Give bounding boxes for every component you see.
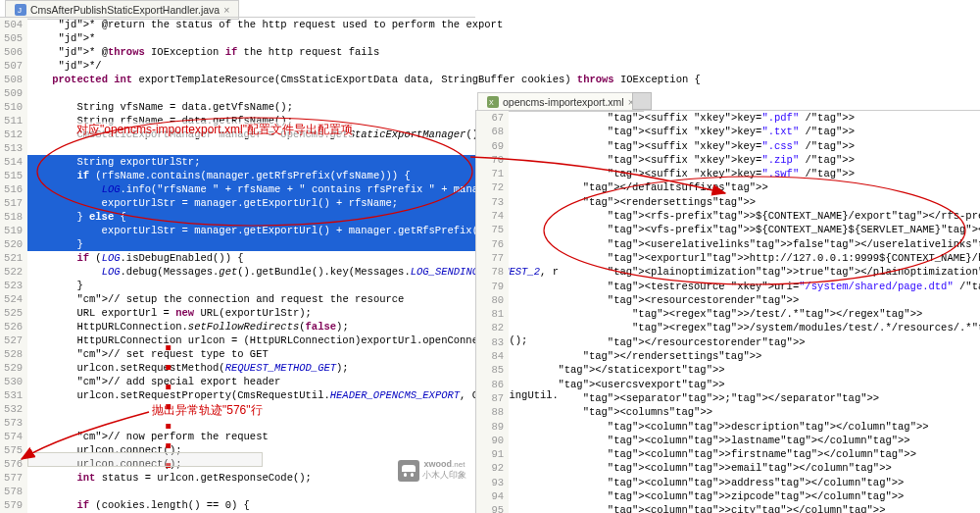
code-line[interactable]: "tag"><resourcestorender"tag">> bbox=[509, 293, 980, 307]
code-line[interactable]: } bbox=[27, 237, 475, 251]
code-line[interactable]: "jd">* @return the status of the http re… bbox=[27, 18, 475, 31]
code-line[interactable]: "tag"><exporturl"tag">>http://127.0.0.1:… bbox=[509, 251, 980, 265]
code-line[interactable]: "cm">// set request type to GET bbox=[27, 347, 475, 361]
watermark: xwood.net 小木人印象 bbox=[398, 459, 466, 482]
code-line[interactable]: String vfsName = data.getVfsName(); bbox=[27, 100, 475, 114]
code-line[interactable]: "tag"><testresource "xkey">uri="/system/… bbox=[509, 280, 980, 293]
code-line[interactable]: "tag"><vfs-prefix"tag">>${CONTEXT_NAME}$… bbox=[509, 223, 980, 236]
code-line[interactable]: "tag"></rendersettings"tag">> bbox=[509, 349, 980, 363]
code-line[interactable]: "tag"><suffix "xkey">key=".zip" /"tag">> bbox=[509, 153, 980, 167]
code-line[interactable]: "jd">*/ bbox=[27, 59, 475, 73]
code-line[interactable]: "tag"><column"tag">>address"tag"></colum… bbox=[509, 476, 980, 489]
tab-filename: opencms-importexport.xml bbox=[503, 96, 624, 108]
code-line[interactable]: "tag"><separator"tag">>;"tag"></separato… bbox=[509, 391, 980, 405]
code-line[interactable] bbox=[27, 485, 475, 498]
code-line[interactable]: exportUrlStr = manager.getExportUrl() + … bbox=[27, 224, 475, 237]
code-line[interactable]: urlcon.setRequestMethod(REQUEST_METHOD_G… bbox=[27, 361, 475, 375]
code-line[interactable] bbox=[27, 141, 475, 155]
code-line[interactable]: "tag"><column"tag">>description"tag"></c… bbox=[509, 420, 980, 434]
watermark-sub: 小木人印象 bbox=[422, 470, 466, 480]
xml-file-icon: X bbox=[487, 96, 499, 108]
code-line[interactable] bbox=[27, 86, 475, 100]
code-line[interactable]: "tag"><regex"tag">>/test/.*"tag"></regex… bbox=[509, 307, 980, 321]
java-editor-pane[interactable]: 5045055065075085095105115125135145155165… bbox=[0, 17, 475, 513]
code-line[interactable]: if (rfsName.contains(manager.getRfsPrefi… bbox=[27, 169, 475, 182]
code-line[interactable]: "tag"><suffix "xkey">key=".swf" /"tag">> bbox=[509, 167, 980, 180]
code-line[interactable]: "cm">// setup the connection and request… bbox=[27, 292, 475, 306]
watermark-logo-icon bbox=[398, 460, 419, 482]
code-line[interactable]: String exportUrlStr; bbox=[27, 155, 475, 169]
code-line[interactable]: exportUrlStr = manager.getExportUrl() + … bbox=[27, 196, 475, 210]
code-line[interactable]: "tag"><column"tag">>lastname"tag"></colu… bbox=[509, 434, 980, 447]
code-line[interactable]: "tag"><column"tag">>city"tag"></column"t… bbox=[509, 503, 980, 513]
code-line[interactable]: "tag"><column"tag">>email"tag"></column"… bbox=[509, 461, 980, 475]
code-line[interactable]: "jd">* @throws IOException if the http r… bbox=[27, 45, 475, 59]
code-line[interactable]: "tag"><rendersettings"tag">> bbox=[509, 195, 980, 209]
code-line[interactable]: "tag"><suffix "xkey">key=".txt" /"tag">> bbox=[509, 125, 980, 138]
svg-text:X: X bbox=[489, 99, 494, 106]
code-line[interactable]: LOG.debug(Messages.get().getBundle().key… bbox=[27, 265, 475, 279]
code-line[interactable]: "tag"><suffix "xkey">key=".css" /"tag">> bbox=[509, 139, 980, 153]
line-gutter: 5045055065075085095105115125135145155165… bbox=[0, 18, 27, 513]
code-line[interactable]: "tag"></resourcestorender"tag">> bbox=[509, 335, 980, 349]
xml-editor-pane[interactable]: 6768697071727374757677787980818283848586… bbox=[475, 110, 980, 513]
code-line[interactable]: urlcon.setRequestProperty(CmsRequestUtil… bbox=[27, 388, 475, 402]
editor-tab-xml[interactable]: X opencms-importexport.xml × bbox=[477, 92, 644, 112]
code-line[interactable]: "tag"><columns"tag">> bbox=[509, 405, 980, 419]
code-line[interactable]: LOG.info("rfsName " + rfsName + " contai… bbox=[27, 182, 475, 196]
line-gutter: 6768697071727374757677787980818283848586… bbox=[476, 111, 509, 513]
code-line[interactable]: } bbox=[27, 279, 475, 292]
code-line[interactable]: "tag"><suffix "xkey">key=".pdf" /"tag">> bbox=[509, 111, 980, 125]
code-line[interactable]: "cm">// add special export header bbox=[27, 375, 475, 388]
code-line[interactable]: protected int exportTemplateResource(Cms… bbox=[27, 73, 475, 86]
code-line[interactable]: "tag"><usercsvexport"tag">> bbox=[509, 378, 980, 391]
code-line[interactable]: "tag"><rfs-prefix"tag">>${CONTEXT_NAME}/… bbox=[509, 209, 980, 223]
tab-filename: CmsAfterPublishStaticExportHandler.java bbox=[30, 4, 220, 16]
java-file-icon: J bbox=[15, 4, 26, 16]
tab-overflow[interactable] bbox=[632, 92, 652, 110]
code-line[interactable]: "tag"><userelativelinks"tag">>false"tag"… bbox=[509, 237, 980, 251]
svg-text:J: J bbox=[18, 6, 22, 15]
code-line[interactable]: } else { bbox=[27, 210, 475, 224]
code-line[interactable]: "tag"><column"tag">>firstname"tag"></col… bbox=[509, 447, 980, 461]
code-line[interactable]: HttpURLConnection.setFollowRedirects(fal… bbox=[27, 320, 475, 333]
java-code-area[interactable]: "jd">* @return the status of the http re… bbox=[27, 18, 475, 513]
code-line[interactable]: HttpURLConnection urlcon = (HttpURLConne… bbox=[27, 333, 475, 347]
annotation-config-note: 对应"opencms-importexport.xml"配置文件导出配置项 bbox=[76, 122, 353, 138]
code-line[interactable]: if (LOG.isDebugEnabled()) { bbox=[27, 251, 475, 265]
code-line[interactable]: "jd">* bbox=[27, 31, 475, 45]
code-line[interactable]: "tag"><plainoptimization"tag">>true"tag"… bbox=[509, 265, 980, 279]
xml-code-area[interactable]: "tag"><suffix "xkey">key=".pdf" /"tag">>… bbox=[509, 111, 980, 513]
watermark-site: xwood bbox=[424, 459, 453, 469]
code-line[interactable]: URL exportUrl = new URL(exportUrlStr); bbox=[27, 306, 475, 320]
code-line[interactable]: "tag"></defaultsuffixes"tag">> bbox=[509, 180, 980, 194]
current-line-highlight bbox=[27, 452, 263, 467]
code-line[interactable]: "cm">// now perform the request bbox=[27, 430, 475, 443]
code-line[interactable]: "tag"><column"tag">>zipcode"tag"></colum… bbox=[509, 489, 980, 503]
code-line[interactable]: "tag"><regex"tag">>/system/modules/test/… bbox=[509, 321, 980, 334]
code-line[interactable]: if (cookies.length() == 0) { bbox=[27, 498, 475, 512]
close-icon[interactable]: × bbox=[223, 4, 229, 16]
code-line[interactable]: "tag"></staticexport"tag">> bbox=[509, 363, 980, 377]
